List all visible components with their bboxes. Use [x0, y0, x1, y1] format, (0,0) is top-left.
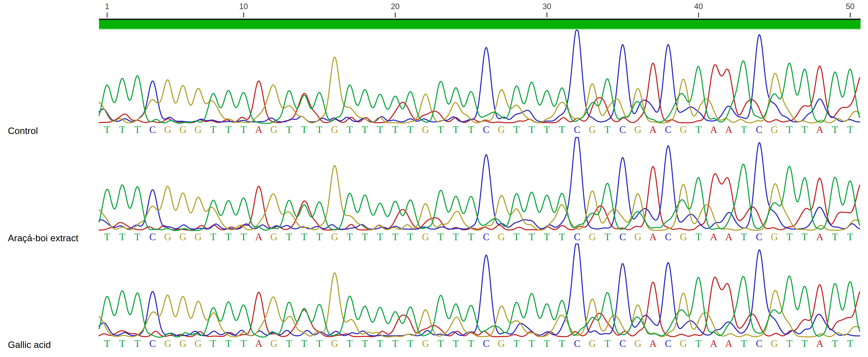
sequence-row-aracaboi: TTTCGGGTTTAGTTTGTTTTTGTTTCGTTTTCGTCGACGT… — [0, 232, 868, 245]
base-letter: T — [362, 125, 368, 135]
base-letter: G — [422, 232, 429, 242]
base-letter: G — [634, 232, 642, 242]
base-letter: A — [255, 232, 262, 242]
base-letter: T — [225, 125, 231, 135]
base-letter: G — [331, 125, 338, 135]
base-letter: T — [802, 232, 808, 242]
base-letter: T — [559, 125, 565, 135]
sequence-row-control: TTTCGGGTTTAGTTTGTTTTTGTTTCGTTTTCGTCGACGT… — [0, 125, 868, 137]
base-letter: A — [649, 338, 657, 349]
base-letter: T — [832, 232, 838, 242]
base-letter: T — [134, 338, 141, 349]
base-letter: T — [847, 125, 853, 135]
base-letter: T — [529, 125, 535, 135]
base-letter: T — [392, 338, 398, 349]
base-letter: T — [104, 338, 110, 349]
base-letter: T — [544, 125, 550, 135]
base-letter: T — [377, 232, 383, 242]
base-letter: T — [286, 125, 292, 135]
base-letter: T — [695, 125, 702, 135]
base-letter: G — [422, 125, 429, 135]
base-letter: T — [316, 338, 322, 349]
base-letter: T — [301, 232, 307, 242]
base-letter: T — [377, 125, 383, 135]
base-letter: A — [649, 232, 657, 242]
base-letter: G — [270, 125, 278, 135]
base-letter: T — [241, 125, 247, 135]
base-letter: T — [832, 125, 838, 135]
base-letter: T — [786, 125, 793, 135]
base-letter: T — [741, 232, 747, 242]
base-letter: T — [210, 338, 216, 349]
base-letter: A — [710, 338, 717, 349]
base-letter: T — [514, 338, 520, 349]
base-letter: T — [741, 125, 747, 135]
base-letter: G — [498, 338, 505, 349]
base-letter: T — [832, 338, 838, 349]
base-letter: A — [725, 232, 733, 242]
base-letter: C — [756, 232, 763, 242]
base-letter: C — [756, 338, 763, 349]
base-letter: T — [119, 338, 125, 349]
base-letter: T — [468, 338, 474, 349]
base-letter: C — [574, 125, 581, 135]
base-letter: C — [149, 338, 156, 349]
base-letter: G — [589, 232, 596, 242]
base-letter: G — [680, 125, 687, 135]
sequence-row-gallic: TTTCGGGTTTAGTTTGTTTTTGTTTCGTTTTCGTCGACGT… — [0, 338, 868, 351]
base-letter: G — [270, 338, 278, 349]
base-letter: A — [710, 232, 717, 242]
base-letter: C — [149, 125, 156, 135]
base-letter: T — [347, 125, 353, 135]
base-letter: C — [665, 232, 672, 242]
base-letter: T — [529, 338, 535, 349]
base-letter: C — [483, 232, 490, 242]
base-letter: T — [134, 125, 141, 135]
base-letter: T — [104, 125, 110, 135]
base-letter: T — [468, 125, 474, 135]
base-letter: C — [149, 232, 156, 242]
base-letter: C — [574, 338, 581, 349]
base-letter: T — [786, 232, 793, 242]
base-letter: T — [210, 125, 216, 135]
base-letter: T — [392, 125, 398, 135]
base-letter: T — [468, 232, 474, 242]
base-letter: T — [241, 338, 247, 349]
base-letter: T — [225, 338, 231, 349]
base-letter: C — [483, 125, 490, 135]
base-letter: A — [255, 125, 262, 135]
base-letter: T — [438, 125, 444, 135]
base-letter: T — [529, 232, 535, 242]
base-letter: T — [453, 125, 459, 135]
base-letter: C — [574, 232, 581, 242]
trace-A-row-0 — [99, 63, 860, 123]
base-letter: T — [514, 232, 520, 242]
base-letter: G — [164, 338, 171, 349]
base-letter: T — [695, 338, 702, 349]
base-letter: T — [362, 338, 368, 349]
base-letter: T — [559, 232, 565, 242]
base-letter: T — [847, 338, 853, 349]
base-letter: A — [816, 232, 824, 242]
base-letter: G — [634, 338, 642, 349]
base-letter: G — [771, 232, 778, 242]
base-letter: T — [286, 338, 292, 349]
base-letter: C — [619, 232, 626, 242]
base-letter: T — [241, 232, 247, 242]
base-letter: T — [559, 338, 565, 349]
base-letter: G — [634, 125, 642, 135]
trace-G-row-1 — [99, 165, 860, 230]
base-letter: G — [589, 338, 596, 349]
base-letter: A — [816, 125, 824, 135]
base-letter: G — [498, 125, 505, 135]
base-letter: T — [438, 338, 444, 349]
base-letter: T — [802, 338, 808, 349]
base-letter: T — [453, 338, 459, 349]
base-letter: T — [347, 232, 353, 242]
base-letter: G — [270, 232, 278, 242]
base-letter: G — [164, 125, 171, 135]
chromatogram-traces — [0, 0, 868, 357]
base-letter: G — [164, 232, 171, 242]
base-letter: T — [453, 232, 459, 242]
base-letter: G — [680, 338, 687, 349]
